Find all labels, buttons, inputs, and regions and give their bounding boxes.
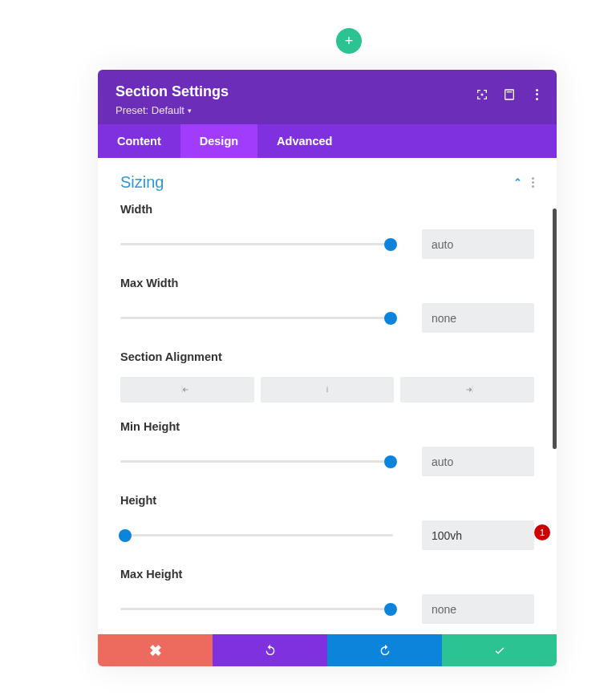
more-icon[interactable] xyxy=(529,87,544,102)
add-button[interactable]: + xyxy=(336,28,362,54)
tab-advanced[interactable]: Advanced xyxy=(257,124,351,158)
tab-content[interactable]: Content xyxy=(98,124,180,158)
field-height: Height 1 xyxy=(120,494,534,550)
undo-button[interactable] xyxy=(213,634,327,666)
min-height-slider-thumb[interactable] xyxy=(384,455,397,468)
max-height-label: Max Height xyxy=(120,568,534,581)
redo-icon xyxy=(379,644,391,657)
check-icon xyxy=(493,644,506,657)
group-sizing: Sizing ⌃ Width Max Width xyxy=(98,158,557,624)
min-height-input[interactable] xyxy=(422,447,534,476)
max-width-label: Max Width xyxy=(120,277,534,289)
max-height-slider-thumb[interactable] xyxy=(384,603,397,616)
svg-rect-1 xyxy=(505,90,514,99)
min-height-label: Min Height xyxy=(120,420,534,433)
chevron-up-icon[interactable]: ⌃ xyxy=(513,176,522,188)
align-left-button[interactable] xyxy=(120,377,254,403)
height-input[interactable] xyxy=(422,520,534,550)
max-height-input[interactable] xyxy=(422,594,534,624)
height-badge: 1 xyxy=(534,524,550,540)
expand-icon[interactable] xyxy=(475,87,489,102)
cancel-button[interactable]: ✖ xyxy=(98,634,213,666)
redo-button[interactable] xyxy=(327,634,442,666)
panel-header: Section Settings Preset: Default xyxy=(98,70,557,124)
height-label: Height xyxy=(120,494,534,507)
group-more-icon[interactable] xyxy=(532,177,534,188)
width-label: Width xyxy=(120,203,534,216)
plus-icon: + xyxy=(345,33,354,50)
max-height-slider[interactable] xyxy=(120,603,393,616)
width-input[interactable] xyxy=(422,229,534,259)
panel-footer: ✖ xyxy=(98,634,557,666)
align-right-button[interactable] xyxy=(400,377,534,403)
group-sizing-header[interactable]: Sizing ⌃ xyxy=(120,158,534,203)
max-width-slider[interactable] xyxy=(120,312,393,325)
min-height-slider[interactable] xyxy=(120,455,393,468)
group-sizing-title: Sizing xyxy=(120,173,164,192)
field-width: Width xyxy=(120,203,534,259)
svg-rect-2 xyxy=(507,91,513,92)
preset-selector[interactable]: Preset: Default xyxy=(116,104,539,116)
field-alignment: Section Alignment xyxy=(120,350,534,403)
tab-bar: Content Design Advanced xyxy=(98,124,557,158)
responsive-icon[interactable] xyxy=(502,87,517,102)
max-width-slider-thumb[interactable] xyxy=(384,312,397,325)
field-max-height: Max Height xyxy=(120,568,534,624)
height-slider-thumb[interactable] xyxy=(119,529,132,542)
alignment-label: Section Alignment xyxy=(120,350,534,363)
height-slider[interactable] xyxy=(120,529,393,542)
save-button[interactable] xyxy=(442,634,557,666)
tab-design[interactable]: Design xyxy=(180,124,257,158)
undo-icon xyxy=(264,644,277,657)
width-slider-thumb[interactable] xyxy=(384,238,397,251)
close-icon: ✖ xyxy=(149,641,162,660)
panel-body: Sizing ⌃ Width Max Width xyxy=(98,158,557,634)
settings-panel: Section Settings Preset: Default Content… xyxy=(98,70,557,666)
scrollbar[interactable] xyxy=(553,208,557,449)
width-slider[interactable] xyxy=(120,238,393,251)
svg-rect-0 xyxy=(481,94,484,96)
field-min-height: Min Height xyxy=(120,420,534,476)
max-width-input[interactable] xyxy=(422,303,534,333)
field-max-width: Max Width xyxy=(120,277,534,333)
header-icons xyxy=(475,87,544,102)
align-center-button[interactable] xyxy=(261,377,395,403)
